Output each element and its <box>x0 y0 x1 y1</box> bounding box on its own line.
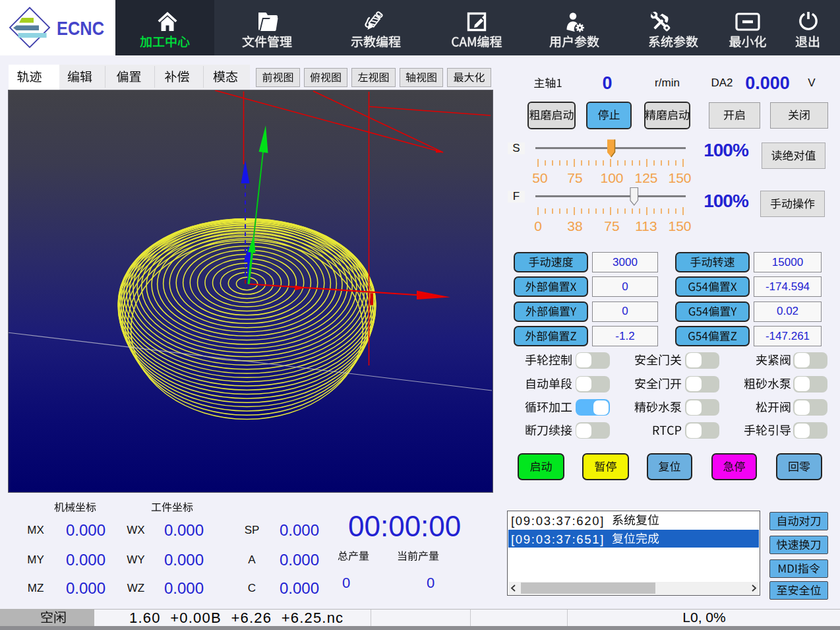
svg-text:ECNC: ECNC <box>57 17 104 39</box>
